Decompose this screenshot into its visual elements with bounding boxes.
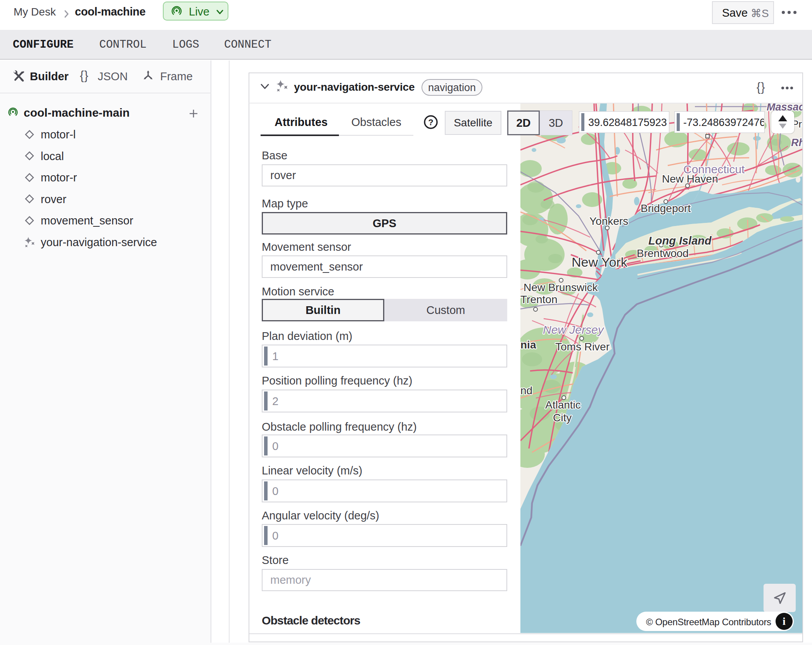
svg-text:nd: nd — [520, 385, 532, 397]
svg-text:New Jersey: New Jersey — [543, 323, 605, 336]
svg-text:New York: New York — [572, 255, 628, 269]
svg-text:Brentwood: Brentwood — [637, 247, 689, 259]
svg-text:New Haven: New Haven — [662, 173, 718, 185]
svg-text:City: City — [553, 412, 572, 424]
svg-text:Long Island: Long Island — [648, 235, 712, 247]
svg-text:New Brunswick: New Brunswick — [523, 281, 598, 293]
svg-text:Yonkers: Yonkers — [589, 215, 628, 227]
svg-text:Rhod: Rhod — [791, 137, 802, 148]
svg-text:Toms River: Toms River — [555, 341, 610, 353]
svg-text:Trenton: Trenton — [520, 293, 557, 305]
svg-text:?: ? — [428, 117, 433, 127]
svg-text:nia: nia — [520, 339, 536, 351]
svg-text:Bridgeport: Bridgeport — [641, 202, 691, 214]
svg-text:Atlantic: Atlantic — [545, 399, 581, 411]
